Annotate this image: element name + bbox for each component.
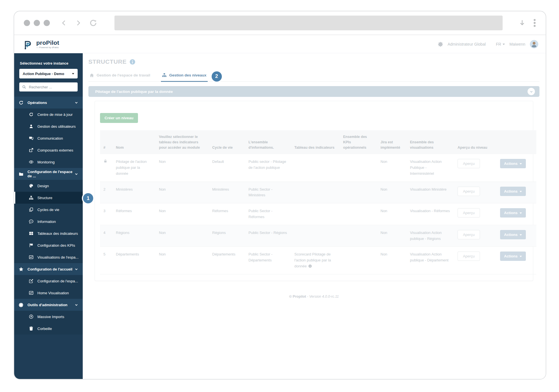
sidebar-item-label: Monitoring (37, 160, 55, 164)
level-number-cell: 2 (100, 182, 112, 203)
sync-icon (19, 100, 24, 105)
table-row: Pilotage de l'action publique par la don… (100, 154, 536, 182)
tab-gestion-des-niveaux[interactable]: Gestion des niveaux (161, 70, 207, 82)
sidebar-section-label: Opérations (27, 101, 75, 105)
reload-icon[interactable] (89, 19, 97, 27)
sidebar-section-header[interactable]: Configuration de l'espace de ... (14, 168, 83, 180)
sidebar-section-header[interactable]: Opérations (14, 97, 83, 108)
actions-dropdown-button[interactable]: Actions (500, 252, 526, 261)
browser-menu-icon[interactable] (533, 19, 536, 27)
sidebar-item-label: Centre de mise à jour (37, 112, 73, 117)
sidebar-item[interactable]: Gestion des utilisateurs (14, 120, 83, 132)
forward-icon[interactable] (75, 20, 82, 26)
actions-dropdown-button[interactable]: Actions (500, 208, 526, 218)
sidebar-item[interactable]: Information (14, 216, 83, 227)
tableau-cell: Scorecard Pilotage de l'action publique … (291, 247, 340, 274)
level-panel-header[interactable]: Pilotage de l'action publique par la don… (88, 86, 539, 97)
apercu-button[interactable]: Aperçu (458, 208, 480, 218)
instance-select[interactable]: Action Publique - Demo (19, 69, 78, 78)
create-level-button[interactable]: Créer un niveau (100, 113, 138, 123)
sitemap-icon (162, 73, 167, 77)
sitemap-icon (29, 195, 33, 200)
apercu-button[interactable]: Aperçu (458, 252, 480, 261)
sidebar-item[interactable]: Massive Imports (14, 311, 83, 323)
caret-down-icon (520, 234, 522, 236)
sidebar-item[interactable]: Configuration des KPIs (14, 239, 83, 251)
page-title: STRUCTURE (88, 58, 127, 65)
sidebar-item[interactable]: Visualisations de l'espa... (14, 251, 83, 263)
search-input[interactable] (28, 85, 75, 90)
apercu-button[interactable]: Aperçu (458, 230, 480, 239)
user-name[interactable]: Maiwenn (509, 42, 525, 46)
actions-dropdown-button[interactable]: Actions (500, 230, 526, 239)
actions-dropdown-button[interactable]: Actions (500, 187, 526, 196)
caret-down-icon (520, 163, 522, 165)
sidebar-item[interactable]: Home Visualisation (14, 287, 83, 299)
select-cell: Non (156, 247, 209, 274)
avatar[interactable] (530, 40, 538, 48)
apercu-button[interactable]: Aperçu (458, 187, 480, 196)
palette-icon (29, 184, 33, 188)
apercu-cell: Aperçu (454, 203, 497, 225)
window-control-dot[interactable] (44, 20, 50, 26)
tutorial-step-1-badge[interactable]: 1 (83, 193, 93, 203)
sidebar-item[interactable]: Tableaux des indicateurs (14, 227, 83, 239)
gear-icon[interactable] (438, 42, 443, 47)
footer-copyright: © Propilot (289, 295, 306, 299)
tableau-cell (291, 154, 340, 182)
sidebar-item[interactable]: Monitoring (14, 156, 83, 168)
back-icon[interactable] (61, 20, 67, 26)
ensemble-cell: Public Sector - Réformes (245, 203, 291, 225)
sidebar-item[interactable]: Centre de mise à jour (14, 108, 83, 120)
select-cell: Non (156, 182, 209, 203)
propilot-logo[interactable]: proPilot — Powered by dFakto (22, 38, 59, 50)
sidebar-item[interactable]: Cycles de vie (14, 204, 83, 216)
tab-gestion-espace-travail[interactable]: Gestion de l'espace de travail (88, 70, 151, 81)
window-controls (24, 20, 50, 26)
actions-dropdown-button[interactable]: Actions (500, 159, 526, 168)
apercu-button[interactable]: Aperçu (458, 159, 480, 168)
chart-icon (29, 255, 33, 259)
info-icon[interactable] (129, 59, 135, 65)
sidebar-item-label: Structure (37, 196, 52, 200)
jira-cell: Non (377, 247, 407, 274)
sidebar-item[interactable]: Composants externes (14, 144, 83, 156)
chart-icon (29, 291, 33, 295)
visualisations-cell: Visualisation - Réformes (407, 203, 454, 225)
sidebar-item[interactable]: Corbeille (14, 323, 83, 335)
chevron-down-icon (75, 101, 78, 105)
sidebar-item[interactable]: Communication (14, 132, 83, 144)
download-page-icon[interactable] (518, 19, 526, 27)
sidebar-item[interactable]: Configuration de l'espa... (14, 275, 83, 287)
window-control-dot[interactable] (34, 20, 40, 26)
collapse-chevron-icon[interactable] (528, 88, 535, 95)
sidebar-item-label: Design (37, 184, 49, 188)
sidebar-section-label: Configuration de l'accueil (27, 267, 75, 271)
download-icon (29, 314, 33, 319)
caret-down-icon (520, 191, 522, 192)
logo-subtext: — Powered by dFakto (36, 46, 59, 49)
refresh-icon (29, 112, 33, 117)
sidebar-section-header[interactable]: Configuration de l'accueil (14, 263, 83, 275)
sidebar: Sélectionnez votre instance Action Publi… (14, 53, 83, 379)
sidebar-item[interactable]: Design (14, 180, 83, 192)
info-icon[interactable] (308, 264, 312, 268)
visualisations-cell: Visualisation Action publique - Départem… (407, 247, 454, 274)
column-header: Ensemble des visualisations (407, 130, 454, 154)
sidebar-item[interactable]: Structure (14, 192, 83, 204)
tableau-cell (291, 203, 340, 225)
footer-version: - Version 4.0.0-rc.11 (307, 295, 339, 299)
tabs: Gestion de l'espace de travailGestion de… (88, 70, 539, 82)
browser-url-input[interactable] (114, 16, 503, 30)
home-icon (90, 73, 94, 78)
jira-cell: Non (377, 182, 407, 203)
actions-cell: Actions (497, 225, 536, 247)
window-control-dot[interactable] (24, 20, 30, 26)
tutorial-step-2-badge[interactable]: 2 (212, 71, 222, 82)
column-header: Veuillez sélectionner le tableau des ind… (156, 130, 209, 154)
chevron-down-icon (75, 303, 78, 307)
app-footer: © Propilot - Version 4.0.0-rc.11 (88, 295, 539, 299)
language-dropdown[interactable]: FR (496, 42, 505, 46)
nom-cell: Ministères (112, 182, 156, 203)
sidebar-section-header[interactable]: Outils d'administration (14, 299, 83, 311)
